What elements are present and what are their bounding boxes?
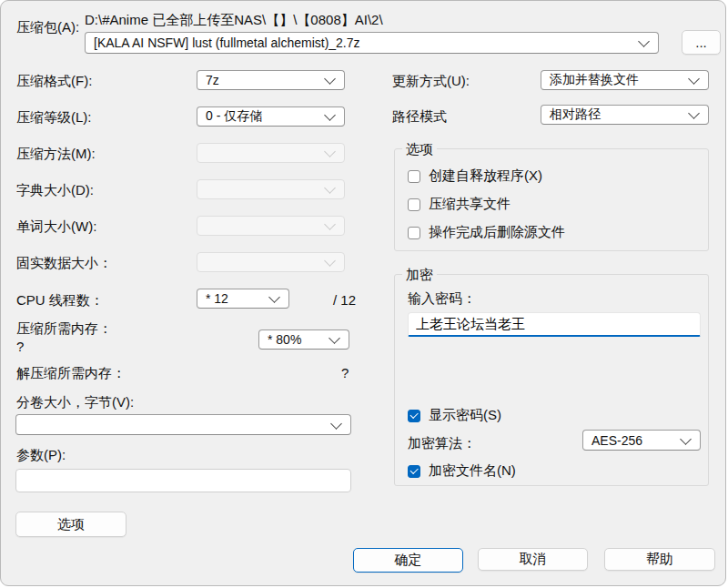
memory-compress-value: ? (16, 339, 24, 354)
encryption-method-label: 加密算法： (408, 435, 476, 451)
add-to-archive-dialog: 压缩包(A): D:\#Anime 已全部上传至NAS\【】\【0808】AI\… (0, 0, 726, 586)
password-label: 输入密码： (408, 290, 476, 306)
cancel-button[interactable]: 取消 (478, 548, 588, 571)
encryption-group-title: 加密 (402, 267, 437, 282)
chevron-down-icon (324, 218, 336, 230)
method-combobox (197, 143, 345, 163)
chevron-down-icon (324, 255, 336, 267)
ok-button[interactable]: 确定 (353, 548, 463, 573)
sfx-checkbox-row[interactable]: 创建自释放程序(X) (408, 167, 542, 185)
chevron-down-icon (268, 291, 280, 303)
chevron-down-icon (324, 182, 336, 194)
help-button-label: 帮助 (646, 551, 673, 568)
path-mode-label: 路径模式 (392, 108, 447, 124)
chevron-down-icon (329, 332, 340, 344)
chevron-down-icon (638, 35, 650, 47)
format-combobox[interactable]: 7z (197, 70, 345, 90)
options-group-title: 选项 (402, 141, 437, 157)
delete-after-checkbox-label: 操作完成后删除源文件 (429, 224, 565, 241)
archive-dir-path: D:\#Anime 已全部上传至NAS\【】\【0808】AI\2\ (85, 12, 383, 27)
show-password-checkbox-label: 显示密码(S) (429, 407, 501, 424)
encrypt-filenames-checkbox[interactable] (408, 465, 420, 478)
options-button[interactable]: 选项 (15, 512, 126, 537)
ok-button-label: 确定 (395, 552, 422, 569)
encryption-method-combobox[interactable]: AES-256 (582, 430, 701, 451)
level-label: 压缩等级(L): (16, 109, 92, 125)
shared-files-checkbox-label: 压缩共享文件 (429, 196, 511, 213)
path-mode-combobox[interactable]: 相对路径 (541, 105, 709, 125)
show-password-checkbox[interactable] (408, 410, 420, 422)
cancel-button-label: 取消 (520, 551, 547, 568)
help-button[interactable]: 帮助 (604, 548, 715, 571)
memory-decompress-label: 解压缩所需内存： (16, 365, 126, 380)
update-mode-value: 添加并替换文件 (550, 72, 639, 88)
format-label: 压缩格式(F): (16, 73, 92, 88)
update-mode-label: 更新方式(U): (392, 73, 470, 88)
delete-after-checkbox-row[interactable]: 操作完成后删除源文件 (408, 224, 565, 241)
archive-name-value: [KALA AI NSFW] lust (fullmetal alchemist… (94, 35, 360, 50)
chevron-down-icon (324, 109, 336, 121)
volume-size-label: 分卷大小，字节(V): (16, 394, 134, 410)
browse-button[interactable]: ... (682, 30, 721, 55)
chevron-down-icon (324, 73, 336, 85)
shared-files-checkbox[interactable] (408, 198, 420, 211)
solid-block-size-label: 固实数据大小： (16, 255, 112, 270)
archive-name-combobox[interactable]: [KALA AI NSFW] lust (fullmetal alchemist… (85, 32, 659, 54)
encrypt-filenames-checkbox-row[interactable]: 加密文件名(N) (408, 462, 516, 480)
chevron-down-icon (680, 433, 692, 445)
level-combobox[interactable]: 0 - 仅存储 (197, 106, 345, 127)
cpu-threads-total: / 12 (333, 292, 356, 308)
sfx-checkbox[interactable] (408, 170, 420, 183)
volume-size-combobox[interactable] (15, 414, 351, 435)
memory-usage-combobox[interactable]: * 80% (258, 329, 349, 350)
method-label: 压缩方法(M): (16, 146, 96, 161)
chevron-down-icon (688, 107, 700, 119)
password-input[interactable] (408, 312, 701, 337)
word-size-label: 单词大小(W): (16, 218, 96, 234)
show-password-checkbox-row[interactable]: 显示密码(S) (408, 407, 501, 424)
encrypt-filenames-checkbox-label: 加密文件名(N) (429, 462, 516, 480)
dictionary-size-label: 字典大小(D): (16, 182, 94, 198)
cpu-threads-value: * 12 (206, 291, 228, 306)
archive-label: 压缩包(A): (16, 19, 79, 35)
cpu-threads-label: CPU 线程数： (16, 292, 104, 308)
path-mode-value: 相对路径 (550, 106, 601, 123)
encryption-method-value: AES-256 (592, 433, 642, 448)
shared-files-checkbox-row[interactable]: 压缩共享文件 (408, 196, 511, 213)
chevron-down-icon (330, 418, 342, 430)
chevron-down-icon (688, 73, 700, 85)
word-size-combobox (197, 216, 345, 236)
browse-button-label: ... (695, 35, 707, 50)
format-value: 7z (206, 73, 219, 87)
update-mode-combobox[interactable]: 添加并替换文件 (541, 70, 709, 90)
sfx-checkbox-label: 创建自释放程序(X) (429, 167, 542, 185)
parameters-input[interactable] (15, 469, 351, 492)
delete-after-checkbox[interactable] (408, 227, 420, 239)
memory-usage-value: * 80% (268, 332, 301, 347)
cpu-threads-combobox[interactable]: * 12 (197, 289, 289, 309)
dictionary-size-combobox (197, 179, 345, 199)
memory-decompress-value: ? (341, 365, 349, 380)
parameters-label: 参数(P): (16, 447, 66, 462)
level-value: 0 - 仅存储 (206, 108, 262, 125)
options-button-label: 选项 (57, 516, 85, 533)
chevron-down-icon (324, 146, 336, 157)
solid-block-size-combobox (197, 252, 345, 272)
memory-compress-label: 压缩所需内存： (16, 320, 112, 336)
